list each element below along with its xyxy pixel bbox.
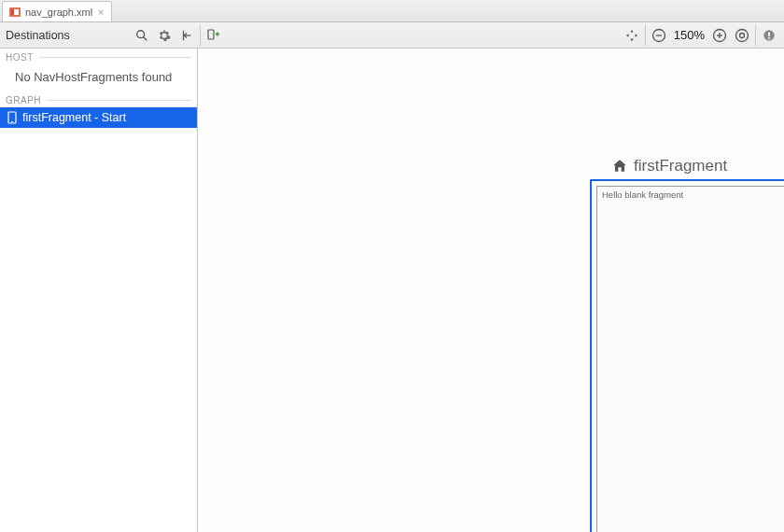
fragment-body-text: Hello blank fragment bbox=[597, 187, 784, 203]
home-icon bbox=[611, 158, 628, 175]
svg-marker-12 bbox=[626, 34, 629, 37]
svg-rect-22 bbox=[768, 32, 770, 35]
svg-point-19 bbox=[736, 29, 749, 41]
autosize-icon[interactable] bbox=[177, 26, 196, 45]
file-tab[interactable]: nav_graph.xml × bbox=[2, 1, 112, 21]
host-header-text: HOST bbox=[6, 52, 34, 63]
add-destination-icon[interactable] bbox=[204, 26, 223, 45]
svg-rect-2 bbox=[11, 9, 14, 15]
graph-item-label: firstFragment - Start bbox=[22, 111, 126, 124]
nav-xml-file-icon bbox=[8, 6, 21, 19]
graph-header-text: GRAPH bbox=[6, 95, 41, 105]
zoom-reset-icon[interactable] bbox=[733, 26, 751, 45]
warning-icon[interactable] bbox=[760, 26, 778, 45]
svg-marker-11 bbox=[630, 38, 634, 41]
search-icon[interactable] bbox=[133, 26, 151, 45]
svg-marker-10 bbox=[630, 29, 634, 32]
sidebar: HOST No NavHostFragments found GRAPH fir… bbox=[0, 49, 198, 532]
pan-surface-icon[interactable] bbox=[623, 26, 641, 45]
destinations-label: Destinations bbox=[6, 29, 129, 42]
zoom-level[interactable]: 150% bbox=[672, 28, 707, 42]
svg-marker-13 bbox=[635, 34, 637, 37]
gear-icon[interactable] bbox=[155, 26, 174, 45]
phone-icon bbox=[7, 111, 17, 124]
svg-point-3 bbox=[137, 30, 145, 37]
design-canvas[interactable]: firstFragment Hello blank fragment bbox=[198, 49, 784, 532]
fragment-node[interactable]: Hello blank fragment bbox=[590, 179, 784, 532]
close-tab-icon[interactable]: × bbox=[96, 7, 105, 17]
svg-rect-23 bbox=[768, 37, 770, 39]
host-section-header: HOST bbox=[0, 49, 197, 64]
fragment-title-text: firstFragment bbox=[634, 157, 727, 175]
graph-item[interactable]: firstFragment - Start bbox=[0, 107, 197, 128]
graph-section-header: GRAPH bbox=[0, 91, 197, 107]
zoom-in-icon[interactable] bbox=[710, 26, 729, 45]
fragment-preview: Hello blank fragment bbox=[596, 186, 784, 532]
svg-rect-7 bbox=[208, 30, 214, 39]
main-area: HOST No NavHostFragments found GRAPH fir… bbox=[0, 49, 784, 532]
zoom-out-icon[interactable] bbox=[650, 26, 668, 45]
svg-point-20 bbox=[740, 33, 745, 37]
tab-filename: nav_graph.xml bbox=[25, 7, 92, 18]
host-message: No NavHostFragments found bbox=[0, 64, 197, 91]
fragment-label[interactable]: firstFragment bbox=[611, 157, 727, 175]
tab-bar: nav_graph.xml × bbox=[0, 0, 784, 22]
svg-line-4 bbox=[144, 36, 147, 40]
tool-bar: Destinations bbox=[0, 22, 784, 49]
